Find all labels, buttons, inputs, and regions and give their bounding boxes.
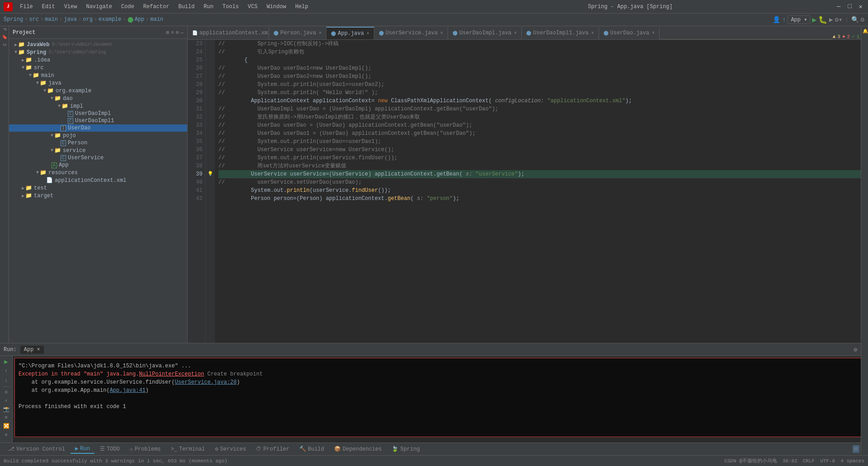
run-tool5-icon[interactable]: 🔀 xyxy=(3,423,9,429)
tab-app[interactable]: ⬤ App.java × xyxy=(326,27,374,39)
tab-userservice[interactable]: ⬤ UserService.java × xyxy=(374,27,448,39)
breadcrumb-src[interactable]: src xyxy=(29,16,39,23)
tree-item-javaweb[interactable]: ▶ 📁 JavaWeb D:\Users\Admin\JavaWeb xyxy=(9,41,187,48)
tree-item-spring[interactable]: ▼ 📁 Spring D:\Users\Admin\Spring xyxy=(9,48,187,56)
tab-userdaoimpl1[interactable]: ⬤ UserDaoImpl1.java × xyxy=(522,27,599,39)
breadcrumb-app[interactable]: App xyxy=(135,16,145,23)
menu-navigate[interactable]: Navigate xyxy=(82,3,116,11)
settings-icon[interactable]: ⚙ xyxy=(861,16,864,24)
expand-bottom-icon[interactable]: ⊡ xyxy=(853,445,859,453)
run-button[interactable]: ▶ xyxy=(812,15,816,24)
tree-item-org-example[interactable]: ▼ 📁 org.example xyxy=(9,87,187,95)
indent-indicator[interactable]: 4 spaces xyxy=(840,458,864,464)
run-tab-name[interactable]: App × xyxy=(20,346,44,354)
close-tab-userdaoimpl[interactable]: × xyxy=(514,31,517,36)
close-tab-userdaoimpl1[interactable]: × xyxy=(591,31,594,36)
maximize-button[interactable]: □ xyxy=(846,3,853,10)
breadcrumb-java[interactable]: java xyxy=(64,16,77,23)
bookmark-icon[interactable]: 🔖 xyxy=(2,34,7,40)
menu-refactor[interactable]: Refactor xyxy=(140,3,173,11)
run-tool3-icon[interactable]: 📸 xyxy=(3,406,9,412)
bottom-tab-problems[interactable]: ⚠ Problems xyxy=(125,445,165,453)
bottom-tab-profiler[interactable]: ⏱ Profiler xyxy=(251,445,294,453)
bottom-tab-dependencies[interactable]: 📦 Dependencies xyxy=(330,445,386,453)
tree-item-service[interactable]: ▼ 📁 service xyxy=(9,147,187,154)
settings-tree-icon[interactable]: ⚙ xyxy=(176,29,179,35)
breadcrumb-example[interactable]: example xyxy=(99,16,121,23)
menu-file[interactable]: File xyxy=(16,3,37,11)
more-run-options[interactable]: ⚙▾ xyxy=(835,16,843,24)
encoding-indicator[interactable]: UTF-8 xyxy=(820,458,835,464)
code-editor[interactable]: 23 24 25 26 27 28 29 30 31 32 33 34 35 3… xyxy=(188,40,868,343)
run-tool4-icon[interactable]: ≡ xyxy=(5,415,8,420)
menu-window[interactable]: Window xyxy=(263,3,290,11)
bottom-tab-run[interactable]: ▶ Run xyxy=(71,444,94,454)
breadcrumb-spring[interactable]: Spring xyxy=(4,16,23,23)
tree-item-userdaoimpl[interactable]: C UserDaoImpl xyxy=(9,110,187,117)
menu-view[interactable]: View xyxy=(61,3,81,11)
app-selector[interactable]: App ▾ xyxy=(788,15,810,24)
menu-build[interactable]: Build xyxy=(175,3,198,11)
menu-help[interactable]: Help xyxy=(292,3,312,11)
profile-icon[interactable]: 👤 xyxy=(773,16,780,24)
vcs-icon[interactable]: ↑ xyxy=(782,16,786,24)
tab-userdaoimpl[interactable]: ⬤ UserDaoImpl.java × xyxy=(448,27,522,39)
close-tab-userdao[interactable]: × xyxy=(652,31,655,36)
bulb-gutter-icon[interactable]: 💡 xyxy=(206,170,215,178)
run-tool1-icon[interactable]: ≡ xyxy=(5,390,8,395)
tab-appcontext[interactable]: 📄 applicationContext.xml × xyxy=(188,27,269,39)
menu-code[interactable]: Code xyxy=(118,3,138,11)
tree-item-person[interactable]: C Person xyxy=(9,139,187,147)
project-icon[interactable]: P xyxy=(2,28,7,31)
expand-all-icon[interactable]: ⊞ xyxy=(166,29,170,35)
tree-item-java[interactable]: ▼ 📁 java xyxy=(9,79,187,87)
minimize-button[interactable]: — xyxy=(835,3,842,10)
run-arrow-up-icon[interactable]: ↑ xyxy=(5,368,8,375)
tab-userdao[interactable]: ⬤ UserDao.java × xyxy=(599,27,660,39)
tree-item-userdao[interactable]: I UserDao xyxy=(9,124,187,132)
menu-vcs[interactable]: VCS xyxy=(244,3,261,11)
tree-item-impl[interactable]: ▼ 📁 impl xyxy=(9,102,187,110)
run-tool2-icon[interactable]: ⚡ xyxy=(5,398,8,404)
position-indicator[interactable]: 39:82 xyxy=(783,458,797,464)
search-everywhere-icon[interactable]: 🔍 xyxy=(851,16,859,24)
bottom-tab-version-control[interactable]: ⎇ Version Control xyxy=(4,445,70,453)
coverage-button[interactable]: ▶ xyxy=(829,16,833,24)
bottom-tab-todo[interactable]: ☰ TODO xyxy=(95,445,124,453)
tree-item-app[interactable]: A App xyxy=(9,162,187,169)
tree-item-target[interactable]: ▶ 📁 target xyxy=(9,192,187,200)
tree-item-userservice[interactable]: C UserService xyxy=(9,154,187,162)
structure-icon[interactable]: S xyxy=(2,43,7,46)
run-arrow-down-icon[interactable]: ↓ xyxy=(5,377,8,384)
menu-run[interactable]: Run xyxy=(200,3,217,11)
tree-item-resources[interactable]: ▼ 📁 resources xyxy=(9,169,187,176)
tree-item-src[interactable]: ▼ 📁 src xyxy=(9,64,187,71)
collapse-all-icon[interactable]: ≡ xyxy=(171,30,174,35)
tree-item-idea[interactable]: ▶ 📁 .idea xyxy=(9,56,187,64)
run-settings-icon[interactable]: ⚙ xyxy=(854,346,857,353)
debug-button[interactable]: 🐛 xyxy=(818,15,827,24)
tree-item-pojo[interactable]: ▼ 📁 pojo xyxy=(9,132,187,139)
close-tab-person[interactable]: × xyxy=(319,31,321,36)
run-tool6-icon[interactable]: ✕ xyxy=(5,432,8,437)
tree-item-dao[interactable]: ▼ 📁 dao xyxy=(9,95,187,102)
tree-item-appcontext-xml[interactable]: 📄 applicationContext.xml xyxy=(9,176,187,184)
tree-item-userdaoimpl1[interactable]: C UserDaoImpl1 xyxy=(9,117,187,124)
menu-tools[interactable]: Tools xyxy=(219,3,242,11)
close-tab-userservice[interactable]: × xyxy=(440,31,443,36)
bottom-tab-services[interactable]: ⚙ Services xyxy=(211,445,251,453)
bottom-tab-terminal[interactable]: >_ Terminal xyxy=(166,445,210,453)
tree-item-test[interactable]: ▶ 📁 test xyxy=(9,184,187,192)
bottom-tab-spring[interactable]: 🍃 Spring xyxy=(387,445,424,453)
menu-edit[interactable]: Edit xyxy=(38,3,59,11)
bottom-tab-build[interactable]: 🔨 Build xyxy=(295,445,329,453)
close-tab-app[interactable]: × xyxy=(367,31,369,36)
line-sep-indicator[interactable]: CRLF xyxy=(803,458,815,464)
code-content[interactable]: // Spring->IOC(控制反转)->祥稿 // 引入Spring依赖包 … xyxy=(215,40,864,343)
close-button[interactable]: ✕ xyxy=(857,3,864,10)
breadcrumb-main-method[interactable]: main xyxy=(151,16,164,23)
breadcrumb-org[interactable]: org xyxy=(83,16,93,23)
minimize-panel-icon[interactable]: — xyxy=(180,30,184,35)
breadcrumb-main[interactable]: main xyxy=(45,16,58,23)
tab-person[interactable]: ⬤ Person.java × xyxy=(269,27,326,39)
